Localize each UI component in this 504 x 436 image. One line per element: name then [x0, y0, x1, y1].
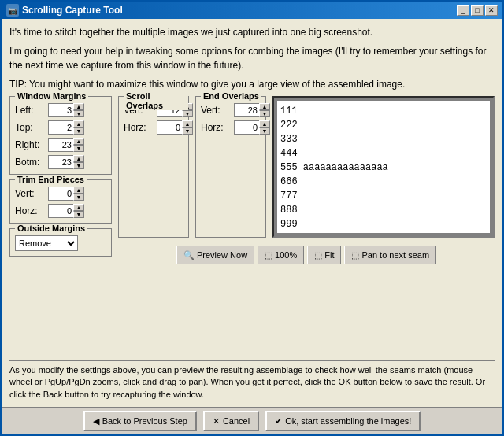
zoom-100-button[interactable]: ⬚ 100% [258, 246, 304, 264]
end-vert-spinner: 28 ▲ ▼ [234, 103, 270, 117]
window-margins-group: Window Margins Left: 3 ▲ ▼ Top: [9, 96, 112, 175]
scroll-horz-down-btn[interactable]: ▼ [182, 127, 193, 135]
scroll-horz-up-btn[interactable]: ▲ [182, 120, 193, 127]
botm-spinner-buttons: ▲ ▼ [73, 155, 84, 169]
end-horz-up-btn[interactable]: ▲ [259, 120, 270, 127]
pan-next-seam-label: Pan to next seam [361, 250, 429, 260]
end-horz-row: Horz: 0 ▲ ▼ [201, 120, 261, 135]
fit-icon: ⬚ [314, 250, 322, 260]
cancel-icon: ✕ [213, 416, 220, 427]
preview-now-button[interactable]: 🔍 Preview Now [176, 246, 254, 264]
end-overlaps-title: End Overlaps [201, 91, 261, 101]
trim-horz-down-btn[interactable]: ▼ [73, 211, 84, 218]
scroll-vert-down-btn[interactable]: ▼ [182, 110, 193, 117]
scroll-overlaps-title: Scroll Overlaps [124, 91, 188, 110]
close-button[interactable]: ✕ [485, 5, 498, 16]
back-button[interactable]: ◀ Back to Previous Step [83, 411, 197, 431]
cancel-button[interactable]: ✕ Cancel [203, 411, 259, 431]
end-horz-spinner-buttons: ▲ ▼ [259, 120, 270, 135]
trim-end-title: Trim End Pieces [15, 175, 87, 184]
left-controls: Window Margins Left: 3 ▲ ▼ Top: [9, 96, 112, 356]
preview-buttons: 🔍 Preview Now ⬚ 100% ⬚ Fit ⬚ Pan to next… [118, 242, 495, 268]
end-vert-spinner-buttons: ▲ ▼ [259, 103, 270, 117]
end-horz-spinner: 0 ▲ ▼ [234, 120, 270, 135]
botm-input[interactable]: 23 [48, 155, 73, 169]
main-area: Window Margins Left: 3 ▲ ▼ Top: [9, 96, 495, 356]
end-vert-row: Vert: 28 ▲ ▼ [201, 103, 261, 117]
end-overlaps-group: End Overlaps Vert: 28 ▲ ▼ [195, 96, 266, 238]
intro-line1: It's time to stitch together the multipl… [9, 25, 495, 39]
pan-next-seam-icon: ⬚ [351, 250, 359, 260]
trim-horz-up-btn[interactable]: ▲ [73, 204, 84, 211]
window-title: Scrolling Capture Tool [22, 5, 123, 16]
preview-now-label: Preview Now [197, 250, 247, 260]
top-down-btn[interactable]: ▼ [73, 127, 84, 135]
pan-next-seam-button[interactable]: ⬚ Pan to next seam [344, 246, 436, 264]
top-label: Top: [15, 122, 45, 133]
scroll-horz-spinner: 0 ▲ ▼ [157, 120, 193, 135]
left-input[interactable]: 3 [48, 103, 73, 117]
botm-row: Botm: 23 ▲ ▼ [15, 155, 106, 169]
scroll-horz-row: Horz: 0 ▲ ▼ [124, 120, 183, 135]
cancel-label: Cancel [223, 416, 250, 426]
scroll-horz-label: Horz: [124, 122, 154, 133]
titlebar-buttons: _ □ ✕ [457, 5, 498, 16]
minimize-button[interactable]: _ [457, 5, 469, 16]
trim-vert-row: Vert: 0 ▲ ▼ [15, 187, 106, 201]
content-area: It's time to stitch together the multipl… [2, 19, 502, 407]
right-up-btn[interactable]: ▲ [73, 138, 84, 145]
trim-vert-down-btn[interactable]: ▼ [73, 194, 84, 201]
top-spinner-buttons: ▲ ▼ [73, 120, 84, 135]
ok-label: Ok, start assembling the images! [285, 416, 411, 426]
left-up-btn[interactable]: ▲ [73, 103, 84, 110]
botm-up-btn[interactable]: ▲ [73, 155, 84, 162]
preview-area[interactable]: 111 222 333 444 555 aaaaaaaaaaaaaaa 666 … [272, 96, 495, 238]
overlap-controls: Scroll Overlaps Vert: 12 ▲ ▼ [118, 96, 495, 238]
outside-margins-select[interactable]: Remove Keep Add [15, 235, 78, 251]
right-row: Right: 23 ▲ ▼ [15, 138, 106, 152]
top-input[interactable]: 2 [48, 120, 73, 135]
tip-text: TIP: You might want to maximize this win… [9, 77, 495, 91]
trim-vert-spinner: 0 ▲ ▼ [48, 187, 84, 201]
trim-vert-spinner-buttons: ▲ ▼ [73, 187, 84, 201]
titlebar: 📷 Scrolling Capture Tool _ □ ✕ [2, 2, 502, 19]
left-spinner-buttons: ▲ ▼ [73, 103, 84, 117]
left-down-btn[interactable]: ▼ [73, 110, 84, 117]
preview-now-icon: 🔍 [183, 250, 195, 260]
main-window: 📷 Scrolling Capture Tool _ □ ✕ It's time… [0, 0, 504, 436]
intro-line2: I'm going to need your help in tweaking … [9, 44, 495, 72]
outside-margins-title: Outside Margins [15, 224, 87, 233]
botm-down-btn[interactable]: ▼ [73, 162, 84, 169]
right-input[interactable]: 23 [48, 138, 73, 152]
end-vert-up-btn[interactable]: ▲ [259, 103, 270, 110]
outside-margins-row: Remove Keep Add [15, 235, 106, 251]
top-spinner: 2 ▲ ▼ [48, 120, 84, 135]
top-up-btn[interactable]: ▲ [73, 120, 84, 127]
trim-vert-input[interactable]: 0 [48, 187, 73, 201]
back-icon: ◀ [93, 416, 99, 427]
top-row: Top: 2 ▲ ▼ [15, 120, 106, 135]
end-vert-down-btn[interactable]: ▼ [259, 110, 270, 117]
end-horz-down-btn[interactable]: ▼ [259, 127, 270, 135]
botm-spinner: 23 ▲ ▼ [48, 155, 84, 169]
window-margins-title: Window Margins [15, 91, 88, 101]
fit-button[interactable]: ⬚ Fit [307, 246, 341, 264]
trim-horz-spinner-buttons: ▲ ▼ [73, 204, 84, 218]
maximize-button[interactable]: □ [471, 5, 484, 16]
trim-horz-input[interactable]: 0 [48, 204, 73, 218]
end-horz-input[interactable]: 0 [234, 120, 259, 135]
end-vert-input[interactable]: 28 [234, 103, 259, 117]
trim-vert-label: Vert: [15, 188, 45, 199]
end-vert-label: Vert: [201, 105, 231, 116]
right-down-btn[interactable]: ▼ [73, 145, 84, 152]
trim-horz-row: Horz: 0 ▲ ▼ [15, 204, 106, 218]
right-label: Right: [15, 139, 45, 150]
trim-end-group: Trim End Pieces Vert: 0 ▲ ▼ Horz: [9, 179, 112, 224]
right-spinner: 23 ▲ ▼ [48, 138, 84, 152]
ok-button[interactable]: ✔ Ok, start assembling the images! [265, 411, 421, 431]
scroll-horz-input[interactable]: 0 [157, 120, 182, 135]
trim-vert-up-btn[interactable]: ▲ [73, 187, 84, 194]
ok-icon: ✔ [275, 416, 282, 427]
left-spinner: 3 ▲ ▼ [48, 103, 84, 117]
end-horz-label: Horz: [201, 122, 231, 133]
